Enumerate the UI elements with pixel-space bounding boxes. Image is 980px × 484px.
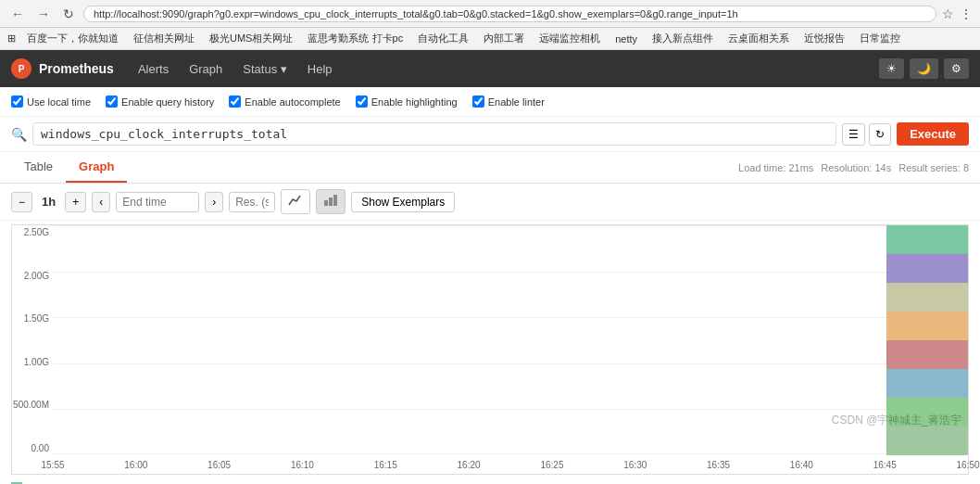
options-row: Use local time Enable query history Enab… [0, 87, 980, 117]
bookmark-5[interactable]: 自动化工具 [414, 31, 472, 46]
bar-segment-7 [886, 427, 968, 455]
resolution: Resolution: 14s [821, 162, 891, 173]
y-label-4: 2.00G [24, 271, 49, 281]
x-tick-10: 16:45 [873, 460, 897, 470]
y-label-2: 1.00G [24, 357, 49, 367]
query-history-checkbox[interactable]: Enable query history [106, 96, 214, 108]
bookmark-12[interactable]: 日常监控 [856, 31, 904, 46]
tab-table[interactable]: Table [11, 152, 66, 183]
grid-line-2 [53, 317, 968, 318]
plus-range-button[interactable]: + [65, 192, 86, 212]
stacked-chart-button[interactable] [316, 189, 346, 214]
grid-line-1 [53, 272, 968, 273]
bar-segment-6 [886, 398, 968, 427]
use-local-time-checkbox[interactable]: Use local time [11, 96, 91, 108]
nav-help[interactable]: Help [298, 57, 342, 82]
bar-segment-3 [886, 312, 968, 340]
bookmarks-bar: ⊞ 百度一下，你就知道 征信相关网址 极光UMS相关网址 蓝思考勤系统 打卡pc… [0, 28, 980, 50]
load-time: Load time: 21ms [738, 162, 813, 173]
autocomplete-input[interactable] [229, 96, 241, 108]
bookmark-11[interactable]: 近悦报告 [800, 31, 848, 46]
use-local-time-input[interactable] [11, 96, 23, 108]
chart-wrap: 2.50G 2.00G 1.50G 1.00G 500.00M 0.00 [11, 224, 969, 475]
browser-icons: ☆ ⋮ [942, 6, 973, 21]
light-mode-button[interactable]: ☀ [879, 58, 904, 79]
tab-meta: Load time: 21ms Resolution: 14s Result s… [738, 162, 969, 173]
result-series: Result series: 8 [898, 162, 969, 173]
app-nav: Alerts Graph Status ▾ Help [129, 57, 342, 82]
autocomplete-checkbox[interactable]: Enable autocomplete [229, 96, 340, 108]
refresh-button[interactable]: ↻ [869, 123, 891, 146]
x-tick-5: 16:20 [458, 460, 481, 470]
x-tick-11: 16:50 [956, 460, 979, 470]
nav-status[interactable]: Status ▾ [233, 57, 295, 82]
dark-mode-button[interactable]: 🌙 [910, 58, 938, 79]
svg-rect-2 [333, 195, 337, 206]
star-icon[interactable]: ☆ [942, 6, 954, 21]
header-right: ☀ 🌙 ⚙ [879, 58, 969, 79]
linter-checkbox[interactable]: Enable linter [472, 96, 545, 108]
query-bar: 🔍 ☰ ↻ Execute [0, 117, 980, 152]
bookmark-1[interactable]: 百度一下，你就知道 [23, 31, 122, 46]
url-bar[interactable] [83, 6, 936, 22]
y-label-0: 0.00 [31, 443, 49, 453]
settings-button[interactable]: ⚙ [944, 58, 969, 79]
bookmark-7[interactable]: 远端监控相机 [535, 31, 604, 46]
grid-line-bottom [53, 453, 968, 454]
y-label-1: 500.00M [13, 400, 49, 410]
linter-input[interactable] [472, 96, 484, 108]
time-range-label: 1h [38, 195, 59, 209]
minus-range-button[interactable]: − [11, 192, 32, 212]
bookmark-8[interactable]: netty [611, 32, 641, 45]
end-time-input[interactable] [116, 192, 199, 212]
highlighting-input[interactable] [356, 96, 368, 108]
show-exemplars-button[interactable]: Show Exemplars [351, 192, 455, 212]
highlighting-checkbox[interactable]: Enable highlighting [356, 96, 458, 108]
query-history-input[interactable] [106, 96, 118, 108]
x-tick-0: 15:55 [41, 460, 64, 470]
forward-button[interactable]: → [33, 5, 54, 23]
svg-rect-1 [329, 197, 333, 206]
chart-container: 2.50G 2.00G 1.50G 1.00G 500.00M 0.00 [0, 224, 980, 475]
x-tick-7: 16:30 [623, 460, 647, 470]
bookmark-6[interactable]: 内部工署 [480, 31, 528, 46]
browser-bar: ← → ↻ ☆ ⋮ [0, 0, 980, 28]
bar-segment-0 [886, 225, 968, 254]
grid-line-4 [53, 409, 968, 410]
legend: windows_cpu_clock_interrupts_total{core=… [0, 475, 980, 484]
bookmark-4[interactable]: 蓝思考勤系统 打卡pc [304, 31, 407, 46]
bar-segment-2 [886, 283, 968, 312]
x-tick-3: 16:10 [291, 460, 314, 470]
app-logo: P Prometheus [11, 58, 114, 79]
stacked-bars [886, 225, 968, 455]
line-chart-button[interactable] [281, 189, 310, 214]
prometheus-logo-icon: P [11, 58, 31, 79]
bar-segment-1 [886, 254, 968, 283]
resolution-input[interactable] [229, 192, 275, 212]
grid-line-top [53, 225, 968, 226]
prev-time-button[interactable]: ‹ [92, 192, 110, 212]
x-tick-4: 16:15 [374, 460, 397, 470]
bookmark-apps-icon[interactable]: ⊞ [7, 32, 16, 45]
execute-button[interactable]: Execute [897, 122, 969, 146]
tab-graph[interactable]: Graph [66, 152, 127, 183]
bookmark-2[interactable]: 征信相关网址 [130, 31, 198, 46]
query-input[interactable] [32, 122, 836, 146]
bookmark-3[interactable]: 极光UMS相关网址 [206, 31, 296, 46]
x-tick-8: 16:35 [707, 460, 730, 470]
bookmark-10[interactable]: 云桌面相关系 [724, 31, 793, 46]
y-axis: 2.50G 2.00G 1.50G 1.00G 500.00M 0.00 [12, 225, 53, 455]
nav-graph[interactable]: Graph [180, 57, 232, 82]
bar-segment-5 [886, 369, 968, 398]
svg-rect-0 [324, 200, 328, 206]
x-axis: 15:55 16:00 16:05 16:10 16:15 16:20 16:2… [53, 455, 968, 474]
nav-alerts[interactable]: Alerts [129, 57, 178, 82]
bar-segment-4 [886, 340, 968, 369]
list-view-button[interactable]: ☰ [842, 123, 865, 146]
menu-icon[interactable]: ⋮ [960, 6, 973, 21]
bookmark-9[interactable]: 接入新点组件 [648, 31, 717, 46]
x-tick-2: 16:05 [207, 460, 231, 470]
back-button[interactable]: ← [7, 5, 28, 23]
next-time-button[interactable]: › [205, 192, 223, 212]
reload-button[interactable]: ↻ [59, 5, 78, 23]
